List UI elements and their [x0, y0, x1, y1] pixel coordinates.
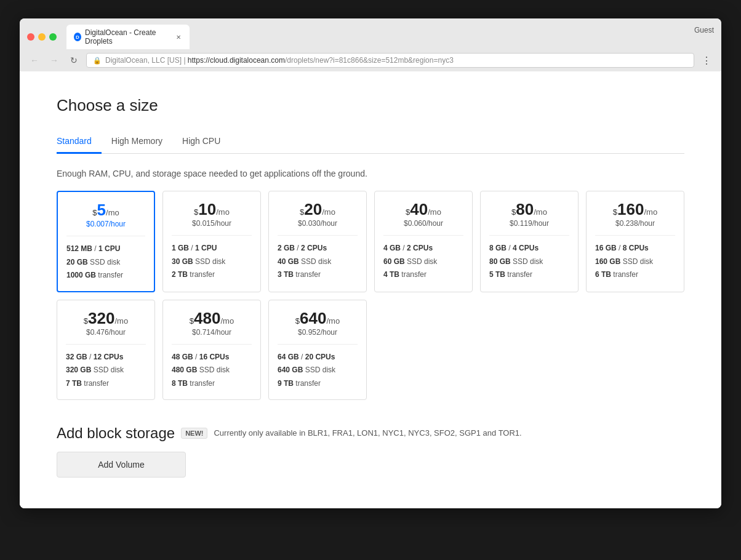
- tab-favicon: D: [74, 33, 81, 41]
- plan-amount: 5: [97, 201, 106, 219]
- browser-menu-button[interactable]: ⋮: [699, 53, 714, 68]
- plan-divider: [172, 235, 252, 236]
- block-storage-header: Add block storage NEW! Currently only av…: [57, 425, 684, 442]
- plan-hourly: $0.476/hour: [66, 328, 146, 337]
- add-volume-button[interactable]: Add Volume: [57, 452, 186, 478]
- plan-card-320[interactable]: $320/mo $0.476/hour 32 GB / 12 CPUs 320 …: [57, 300, 155, 400]
- plan-price-20: $20/mo $0.030/hour: [278, 200, 358, 228]
- plan-price-10: $10/mo $0.015/hour: [172, 200, 252, 228]
- plan-card-640[interactable]: $640/mo $0.952/hour 64 GB / 20 CPUs 640 …: [268, 300, 367, 400]
- plan-price-480: $480/mo $0.714/hour: [172, 309, 252, 337]
- close-button[interactable]: [27, 33, 34, 41]
- dollar-sign: $: [92, 208, 97, 217]
- tab-high-memory[interactable]: High Memory: [102, 130, 172, 154]
- forward-button[interactable]: →: [47, 53, 62, 68]
- plan-hourly: $0.119/hour: [489, 219, 569, 228]
- plan-price-640: $640/mo $0.952/hour: [278, 309, 358, 337]
- guest-label: Guest: [694, 26, 714, 34]
- tab-bar: D DigitalOcean - Create Droplets ✕: [66, 25, 714, 49]
- plan-hourly: $0.238/hour: [595, 219, 675, 228]
- plan-divider: [278, 235, 358, 236]
- plan-card-480[interactable]: $480/mo $0.714/hour 48 GB / 16 CPUs 480 …: [162, 300, 261, 400]
- block-storage-description: Currently only available in BLR1, FRA1, …: [214, 428, 521, 438]
- block-storage-section: Add block storage NEW! Currently only av…: [57, 425, 684, 478]
- plan-divider: [172, 344, 252, 345]
- page-content: Choose a size Standard High Memory High …: [20, 71, 721, 508]
- browser-chrome: D DigitalOcean - Create Droplets ✕ Guest…: [20, 18, 721, 71]
- tab-close-icon[interactable]: ✕: [175, 33, 182, 41]
- plan-specs-80: 8 GB / 4 CPUs 80 GB SSD disk 5 TB transf…: [489, 242, 569, 282]
- size-tabs: Standard High Memory High CPU: [57, 130, 684, 154]
- plans-grid-row2: $320/mo $0.476/hour 32 GB / 12 CPUs 320 …: [57, 300, 684, 400]
- plan-price-5: $5/mo $0.007/hour: [66, 201, 145, 228]
- plan-period: /mo: [106, 208, 119, 217]
- plan-card-40[interactable]: $40/mo $0.060/hour 4 GB / 2 CPUs 60 GB S…: [374, 191, 473, 292]
- url-protocol: https://: [188, 56, 210, 65]
- browser-window: D DigitalOcean - Create Droplets ✕ Guest…: [20, 18, 721, 508]
- plan-hourly: $0.030/hour: [278, 219, 358, 228]
- plan-divider: [383, 235, 463, 236]
- plan-divider: [595, 235, 675, 236]
- tab-title: DigitalOcean - Create Droplets: [85, 28, 171, 46]
- plan-price-80: $80/mo $0.119/hour: [489, 200, 569, 228]
- block-storage-title: Add block storage: [57, 425, 175, 442]
- plan-card-5[interactable]: $5/mo $0.007/hour 512 MB / 1 CPU 20 GB S…: [57, 191, 155, 292]
- minimize-button[interactable]: [38, 33, 46, 41]
- plan-specs-40: 4 GB / 2 CPUs 60 GB SSD disk 4 TB transf…: [383, 242, 463, 282]
- tab-high-cpu[interactable]: High CPU: [172, 130, 230, 154]
- plan-specs-20: 2 GB / 2 CPUs 40 GB SSD disk 3 TB transf…: [278, 242, 358, 282]
- plan-specs-640: 64 GB / 20 CPUs 640 GB SSD disk 9 TB tra…: [278, 351, 358, 391]
- plan-hourly: $0.714/hour: [172, 328, 252, 337]
- plan-divider: [66, 236, 145, 236]
- plan-hourly: $0.060/hour: [383, 219, 463, 228]
- url-text: DigitalOcean, LLC [US] | https://cloud.d…: [105, 56, 454, 65]
- plan-card-10[interactable]: $10/mo $0.015/hour 1 GB / 1 CPU 30 GB SS…: [162, 191, 261, 292]
- plan-card-80[interactable]: $80/mo $0.119/hour 8 GB / 4 CPUs 80 GB S…: [480, 191, 579, 292]
- url-bar[interactable]: 🔒 DigitalOcean, LLC [US] | https://cloud…: [86, 53, 694, 68]
- plan-hourly: $0.952/hour: [278, 328, 358, 337]
- url-company: DigitalOcean, LLC [US]: [105, 56, 182, 65]
- traffic-lights: [27, 33, 57, 41]
- plan-hourly: $0.007/hour: [66, 220, 145, 228]
- url-domain: cloud.digitalocean.com: [210, 56, 285, 65]
- plan-card-20[interactable]: $20/mo $0.030/hour 2 GB / 2 CPUs 40 GB S…: [268, 191, 367, 292]
- maximize-button[interactable]: [49, 33, 57, 41]
- url-path: /droplets/new?i=81c866&size=512mb&region…: [285, 56, 454, 65]
- plan-price-320: $320/mo $0.476/hour: [66, 309, 146, 337]
- page-title: Choose a size: [57, 96, 684, 115]
- plan-specs-320: 32 GB / 12 CPUs 320 GB SSD disk 7 TB tra…: [66, 351, 146, 391]
- plan-card-160[interactable]: $160/mo $0.238/hour 16 GB / 8 CPUs 160 G…: [586, 191, 684, 292]
- plan-divider: [489, 235, 569, 236]
- title-bar: D DigitalOcean - Create Droplets ✕ Guest: [20, 18, 721, 49]
- reload-button[interactable]: ↻: [66, 53, 81, 68]
- plans-grid-row1: $5/mo $0.007/hour 512 MB / 1 CPU 20 GB S…: [57, 191, 684, 292]
- plan-specs-10: 1 GB / 1 CPU 30 GB SSD disk 2 TB transfe…: [172, 242, 252, 282]
- plan-hourly: $0.015/hour: [172, 219, 252, 228]
- plan-specs-160: 16 GB / 8 CPUs 160 GB SSD disk 6 TB tran…: [595, 242, 675, 282]
- plan-specs-480: 48 GB / 16 CPUs 480 GB SSD disk 8 TB tra…: [172, 351, 252, 391]
- plan-price-40: $40/mo $0.060/hour: [383, 200, 463, 228]
- plan-divider: [278, 344, 358, 345]
- plan-specs-5: 512 MB / 1 CPU 20 GB SSD disk 1000 GB tr…: [66, 242, 145, 282]
- back-button[interactable]: ←: [27, 53, 42, 68]
- tab-standard[interactable]: Standard: [57, 130, 102, 154]
- plan-price-160: $160/mo $0.238/hour: [595, 200, 675, 228]
- active-tab[interactable]: D DigitalOcean - Create Droplets ✕: [66, 25, 190, 49]
- new-badge: NEW!: [181, 428, 207, 439]
- tab-description: Enough RAM, CPU, and storage space neede…: [57, 169, 684, 178]
- plan-divider: [66, 344, 146, 345]
- lock-icon: 🔒: [93, 57, 102, 65]
- address-bar: ← → ↻ 🔒 DigitalOcean, LLC [US] | https:/…: [20, 49, 721, 71]
